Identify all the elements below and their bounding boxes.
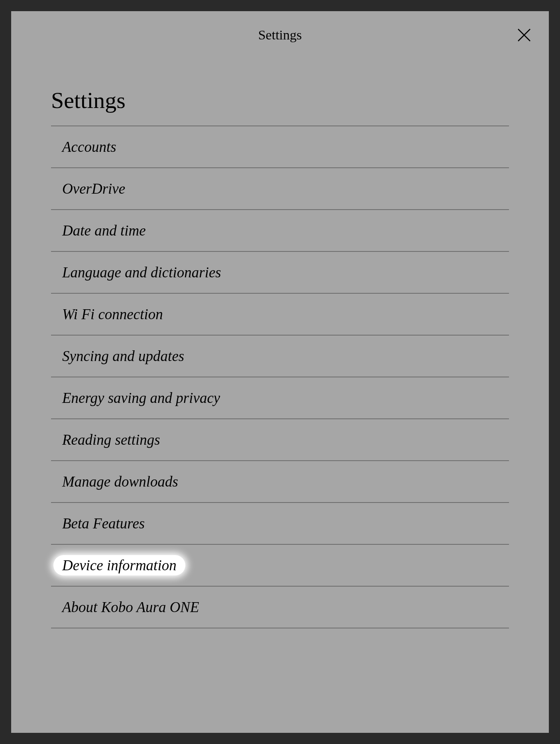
close-icon — [516, 27, 532, 43]
settings-item-label: Energy saving and privacy — [53, 388, 229, 408]
settings-item-label: Reading settings — [53, 430, 169, 450]
settings-item-syncing[interactable]: Syncing and updates — [51, 335, 509, 377]
settings-item-label: About Kobo Aura ONE — [53, 597, 208, 617]
titlebar-title: Settings — [258, 27, 302, 43]
settings-screen: Settings Settings Accounts OverDrive Dat… — [11, 11, 549, 733]
close-button[interactable] — [515, 26, 533, 44]
settings-item-label: Device information — [53, 555, 185, 575]
settings-item-reading[interactable]: Reading settings — [51, 418, 509, 460]
settings-item-device-info[interactable]: Device information — [51, 544, 509, 586]
settings-item-label: Language and dictionaries — [53, 262, 230, 283]
page-title: Settings — [51, 87, 509, 126]
settings-item-wifi[interactable]: Wi Fi connection — [51, 293, 509, 335]
settings-item-accounts[interactable]: Accounts — [51, 126, 509, 167]
settings-item-label: Manage downloads — [53, 471, 187, 492]
settings-content: Settings Accounts OverDrive Date and tim… — [11, 59, 549, 628]
settings-item-label: OverDrive — [53, 179, 134, 199]
settings-item-label: Beta Features — [53, 513, 153, 534]
titlebar: Settings — [11, 11, 549, 59]
settings-item-date-time[interactable]: Date and time — [51, 209, 509, 251]
settings-item-label: Syncing and updates — [53, 346, 193, 366]
settings-item-overdrive[interactable]: OverDrive — [51, 167, 509, 209]
settings-item-language[interactable]: Language and dictionaries — [51, 251, 509, 293]
settings-item-label: Date and time — [53, 220, 155, 241]
settings-item-beta[interactable]: Beta Features — [51, 502, 509, 544]
settings-item-label: Accounts — [53, 137, 125, 157]
settings-item-about[interactable]: About Kobo Aura ONE — [51, 586, 509, 628]
settings-item-downloads[interactable]: Manage downloads — [51, 460, 509, 502]
settings-item-label: Wi Fi connection — [53, 304, 172, 324]
settings-item-energy-privacy[interactable]: Energy saving and privacy — [51, 377, 509, 418]
